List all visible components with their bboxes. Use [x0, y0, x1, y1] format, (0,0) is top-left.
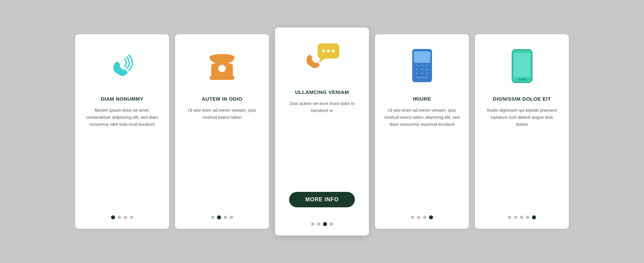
dot: [330, 222, 333, 226]
card-1-title: DIAM NONUMMY: [101, 96, 144, 102]
dot-active: [111, 215, 115, 219]
dot-active: [323, 222, 327, 226]
card-3-text: Duis autem vel eum iriure dolor in hendr…: [284, 100, 360, 185]
dot: [124, 216, 127, 219]
svg-rect-18: [415, 76, 429, 79]
svg-rect-15: [415, 72, 419, 75]
dot: [417, 216, 420, 219]
smartphone-icon: [502, 46, 542, 87]
svg-rect-17: [425, 72, 429, 75]
dot: [224, 216, 227, 219]
svg-rect-21: [518, 78, 527, 81]
svg-rect-9: [415, 64, 419, 67]
card-1: DIAM NONUMMY Morem ipsum dolor sit amet,…: [75, 34, 169, 229]
card-2-dots: [211, 215, 233, 219]
dot: [514, 216, 517, 219]
card-1-dots: [111, 215, 133, 219]
dot: [520, 216, 523, 219]
card-5-title: DIGNISSIM DOLOE EIT: [493, 96, 551, 102]
svg-rect-20: [514, 53, 531, 77]
card-5-text: Kodio dignissim qui blandit praesent lup…: [484, 107, 559, 207]
dot-active: [532, 215, 536, 219]
cards-container: DIAM NONUMMY Morem ipsum dolor sit amet,…: [55, 14, 589, 249]
more-info-button[interactable]: MORE INFO: [289, 192, 355, 207]
dot: [130, 216, 133, 219]
svg-rect-12: [415, 68, 419, 71]
dot: [118, 216, 121, 219]
dot: [230, 216, 233, 219]
card-3-title: ULLAMCING VENIAM: [295, 89, 349, 95]
svg-point-6: [332, 50, 334, 52]
dot: [508, 216, 511, 219]
card-2-title: AUTEM IN ODIO: [202, 96, 243, 102]
svg-rect-13: [420, 68, 424, 71]
card-3-dots: [311, 222, 333, 226]
card-1-text: Morem ipsum dolor sit amet, consectetuer…: [85, 107, 160, 207]
dot-active: [217, 215, 221, 219]
phone-chat-icon: [302, 40, 342, 80]
card-2: AUTEM IN ODIO Ut wisi enim ad minim veni…: [175, 34, 269, 229]
card-4-dots: [411, 215, 433, 219]
svg-rect-14: [425, 68, 429, 71]
card-4: IRIURE Ut wisi enim ad minim veniam, qui…: [375, 34, 469, 229]
card-3: ULLAMCING VENIAM Duis autem vel eum iriu…: [275, 28, 369, 235]
svg-rect-2: [210, 76, 234, 79]
svg-rect-10: [420, 64, 424, 67]
card-5: DIGNISSIM DOLOE EIT Kodio dignissim qui …: [475, 34, 569, 229]
phone-ringing-icon: [102, 46, 142, 87]
mobile-phone-icon: [402, 46, 442, 87]
dot: [526, 216, 529, 219]
card-5-dots: [508, 215, 536, 219]
svg-rect-16: [420, 72, 424, 75]
dot: [311, 222, 314, 226]
dot-active: [429, 215, 433, 219]
card-4-title: IRIURE: [413, 96, 431, 102]
svg-rect-11: [425, 64, 429, 67]
svg-point-4: [322, 50, 325, 52]
dot: [423, 216, 426, 219]
svg-point-1: [219, 65, 225, 72]
dot: [317, 222, 320, 226]
dot: [411, 216, 414, 219]
card-2-text: Ut wisi enim ad minim veniam, quis nostr…: [184, 107, 260, 207]
dot: [211, 216, 214, 219]
card-4-text: Ut wisi enim ad minim veniam, quis nostr…: [384, 107, 460, 207]
svg-point-5: [327, 50, 330, 52]
svg-rect-8: [415, 52, 430, 62]
desk-phone-icon: [202, 46, 242, 87]
